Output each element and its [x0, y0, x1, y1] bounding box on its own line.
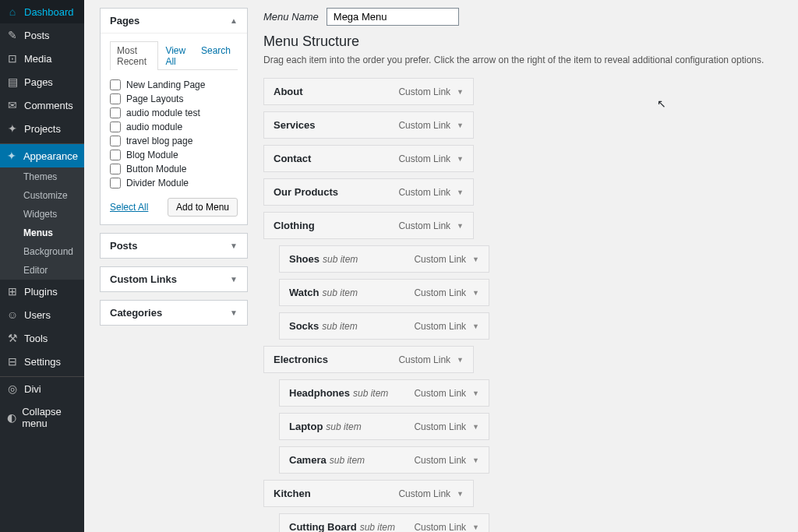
sub-item-label: sub item [323, 254, 358, 265]
sidebar-item-pages[interactable]: ▤Pages [0, 70, 84, 93]
pages-header[interactable]: Pages ▲ [101, 9, 247, 33]
menu-item-type: Custom Link ▼ [398, 120, 464, 131]
sidebar-label: Media [24, 53, 51, 65]
checklist-item[interactable]: Divider Module [110, 176, 238, 190]
sidebar-item-settings[interactable]: ⊟Settings [0, 350, 84, 373]
comments-icon: ✉ [6, 99, 19, 111]
page-checkbox[interactable] [110, 107, 121, 118]
add-to-menu-button[interactable]: Add to Menu [168, 198, 238, 217]
tab-search[interactable]: Search [194, 41, 238, 70]
menu-item-bar[interactable]: Camerasub itemCustom Link ▼ [279, 446, 489, 474]
menu-item-type: Custom Link ▼ [398, 220, 464, 231]
checklist-label: Divider Module [126, 178, 189, 188]
submenu-item-widgets[interactable]: Widgets [0, 205, 84, 224]
menu-item-bar[interactable]: Laptopsub itemCustom Link ▼ [279, 413, 489, 440]
projects-icon: ✦ [6, 122, 19, 135]
page-checkbox[interactable] [110, 93, 121, 104]
chevron-down-icon[interactable]: ▼ [472, 523, 479, 531]
sidebar-item-media[interactable]: ⊡Media [0, 47, 84, 70]
menu-item-title: Headphones [289, 387, 350, 399]
chevron-down-icon[interactable]: ▼ [457, 222, 464, 230]
page-checkbox[interactable] [110, 122, 121, 132]
menu-item-bar[interactable]: KitchenCustom Link ▼ [263, 480, 474, 507]
posts-title: Posts [110, 240, 137, 252]
menu-item-title: Services [274, 119, 316, 131]
sidebar-item-users[interactable]: ☺Users [0, 303, 84, 326]
checklist-item[interactable]: audio module test [110, 106, 238, 120]
sidebar-item-divi[interactable]: ◎Divi [0, 377, 84, 400]
select-all-link[interactable]: Select All [110, 202, 148, 213]
collapse-icon: ▲ [230, 16, 238, 25]
sidebar-item-posts[interactable]: ✎Posts [0, 23, 84, 47]
expand-icon: ▼ [230, 275, 238, 284]
appearance-submenu: ThemesCustomizeWidgetsMenusBackgroundEdi… [0, 167, 84, 280]
categories-header[interactable]: Categories ▼ [101, 301, 247, 325]
checklist-label: New Landing Page [126, 79, 205, 90]
chevron-down-icon[interactable]: ▼ [472, 255, 479, 263]
page-checkbox[interactable] [110, 79, 121, 90]
menu-item-title: Cutting Board [289, 521, 357, 532]
submenu-item-themes[interactable]: Themes [0, 167, 84, 186]
chevron-down-icon[interactable]: ▼ [472, 322, 479, 330]
checklist-item[interactable]: Button Module [110, 162, 238, 176]
menu-item-bar[interactable]: ServicesCustom Link ▼ [263, 111, 474, 139]
menu-item-bar[interactable]: Watchsub itemCustom Link ▼ [279, 279, 489, 306]
submenu-item-customize[interactable]: Customize [0, 186, 84, 205]
menu-item-bar[interactable]: ClothingCustom Link ▼ [263, 212, 474, 239]
menu-item-bar[interactable]: Sockssub itemCustom Link ▼ [279, 312, 489, 340]
sub-item-label: sub item [322, 321, 357, 332]
checklist-item[interactable]: New Landing Page [110, 78, 238, 92]
menu-item-bar[interactable]: ContactCustom Link ▼ [263, 145, 474, 172]
chevron-down-icon[interactable]: ▼ [457, 188, 464, 196]
sidebar-label: Tools [24, 333, 48, 344]
menu-item-type: Custom Link ▼ [414, 421, 479, 432]
sidebar-item-collapse-menu[interactable]: ◐Collapse menu [0, 400, 84, 435]
chevron-down-icon[interactable]: ▼ [457, 490, 464, 498]
chevron-down-icon[interactable]: ▼ [472, 289, 479, 297]
chevron-down-icon[interactable]: ▼ [472, 423, 479, 431]
chevron-down-icon[interactable]: ▼ [472, 389, 479, 397]
sidebar-item-tools[interactable]: ⚒Tools [0, 326, 84, 350]
plugins-icon: ⊞ [6, 285, 19, 298]
checklist-item[interactable]: audio module [110, 120, 238, 134]
accordion-column: Pages ▲ Most Recent View All Search New … [100, 8, 248, 333]
submenu-item-editor[interactable]: Editor [0, 261, 84, 280]
menu-item-bar[interactable]: Shoessub itemCustom Link ▼ [279, 245, 489, 273]
chevron-down-icon[interactable]: ▼ [457, 356, 464, 364]
menu-name-input[interactable] [327, 8, 459, 26]
tab-view-all[interactable]: View All [158, 41, 194, 70]
sidebar-label: Comments [24, 100, 73, 111]
tab-most-recent[interactable]: Most Recent [110, 41, 158, 70]
pages-icon: ▤ [6, 76, 19, 88]
sidebar-item-comments[interactable]: ✉Comments [0, 93, 84, 117]
chevron-down-icon[interactable]: ▼ [457, 155, 464, 163]
pages-tabs: Most Recent View All Search [110, 41, 238, 70]
checklist-item[interactable]: travel blog page [110, 134, 238, 148]
chevron-down-icon[interactable]: ▼ [472, 456, 479, 464]
menu-item-type: Custom Link ▼ [414, 522, 479, 533]
menu-item-type: Custom Link ▼ [398, 354, 464, 365]
page-checkbox[interactable] [110, 136, 121, 146]
submenu-item-background[interactable]: Background [0, 242, 84, 261]
menu-item-bar[interactable]: Headphonessub itemCustom Link ▼ [279, 379, 489, 407]
menu-item-bar[interactable]: Cutting Boardsub itemCustom Link ▼ [279, 513, 489, 532]
submenu-item-menus[interactable]: Menus [0, 224, 84, 242]
menu-item-bar[interactable]: Our ProductsCustom Link ▼ [263, 178, 474, 206]
page-checkbox[interactable] [110, 178, 121, 188]
menu-item-bar[interactable]: ElectronicsCustom Link ▼ [263, 346, 474, 373]
sidebar-item-dashboard[interactable]: ⌂Dashboard [0, 0, 84, 23]
sidebar-label: Pages [24, 76, 53, 88]
checklist-item[interactable]: Blog Module [110, 148, 238, 162]
sidebar-item-appearance[interactable]: ✦ Appearance [0, 144, 84, 167]
posts-header[interactable]: Posts ▼ [101, 234, 247, 258]
checklist-item[interactable]: Page Layouts [110, 92, 238, 106]
menu-item-bar[interactable]: AboutCustom Link ▼ [263, 78, 474, 105]
sidebar-item-plugins[interactable]: ⊞Plugins [0, 280, 84, 303]
chevron-down-icon[interactable]: ▼ [457, 122, 464, 129]
sidebar-item-projects[interactable]: ✦Projects [0, 117, 84, 140]
page-checkbox[interactable] [110, 164, 121, 174]
page-checkbox[interactable] [110, 150, 121, 160]
custom-links-header[interactable]: Custom Links ▼ [101, 267, 247, 291]
chevron-down-icon[interactable]: ▼ [457, 88, 464, 96]
menu-item-type: Custom Link ▼ [398, 187, 464, 198]
